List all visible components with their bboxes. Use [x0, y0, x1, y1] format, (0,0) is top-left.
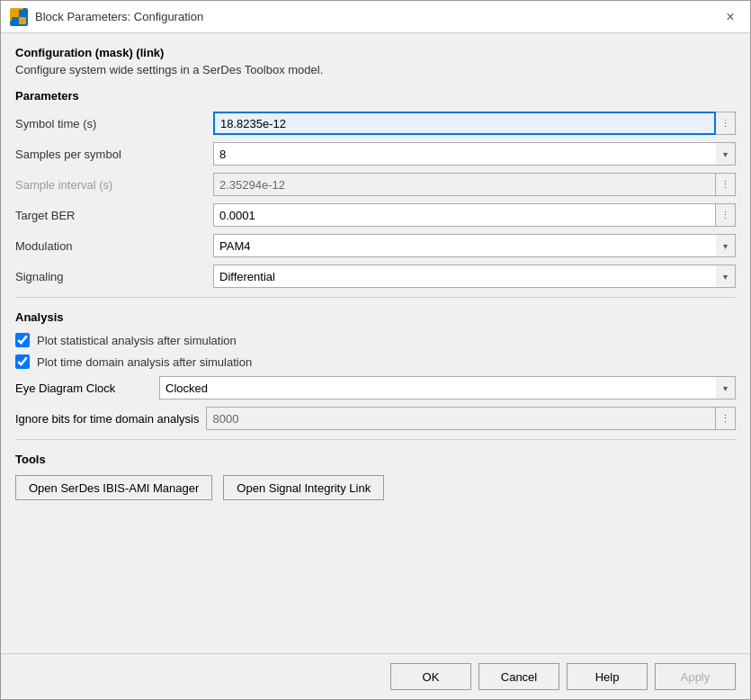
help-button[interactable]: Help: [567, 663, 648, 690]
checkbox-time-domain[interactable]: [15, 354, 30, 369]
target-ber-menu-btn[interactable]: ⋮: [716, 203, 736, 227]
param-input-wrap-target-ber: ⋮: [213, 203, 736, 227]
signaling-select[interactable]: Differential: [213, 265, 736, 288]
param-row-symbol-time: Symbol time (s) ⋮: [15, 112, 736, 135]
close-button[interactable]: ×: [720, 6, 741, 28]
footer: OK Cancel Help Apply: [1, 653, 750, 699]
param-label-signaling: Signaling: [15, 270, 213, 283]
parameters-section-label: Parameters: [15, 89, 736, 103]
param-input-wrap-sample-interval: ⋮: [213, 173, 736, 196]
symbol-time-menu-btn[interactable]: ⋮: [716, 112, 736, 135]
checkbox-label-statistical: Plot statistical analysis after simulati…: [37, 334, 237, 347]
param-row-samples-per-symbol: Samples per symbol 8 ▾: [15, 142, 736, 166]
apply-button[interactable]: Apply: [655, 663, 736, 690]
ignore-bits-label: Ignore bits for time domain analysis: [15, 412, 199, 426]
svg-rect-3: [19, 17, 26, 24]
param-select-wrap-samples: 8 ▾: [213, 142, 736, 166]
analysis-section: Analysis Plot statistical analysis after…: [15, 310, 736, 430]
param-select-wrap-modulation: PAM4 ▾: [213, 234, 736, 257]
symbol-time-input[interactable]: [213, 112, 716, 135]
param-row-signaling: Signaling Differential ▾: [15, 265, 736, 288]
tools-section-label: Tools: [15, 453, 736, 466]
param-label-symbol-time: Symbol time (s): [15, 117, 213, 130]
ok-button[interactable]: OK: [390, 663, 471, 690]
param-select-wrap-signaling: Differential ▾: [213, 265, 736, 288]
dialog-container: Block Parameters: Configuration × Config…: [0, 0, 751, 700]
eye-diagram-select[interactable]: Clocked: [159, 376, 736, 399]
target-ber-input[interactable]: [213, 203, 716, 227]
eye-diagram-select-wrap: Clocked ▾: [159, 376, 736, 399]
ignore-bits-input-wrap: ⋮: [206, 407, 736, 430]
window-title: Block Parameters: Configuration: [35, 10, 203, 23]
modulation-select[interactable]: PAM4: [213, 234, 736, 257]
title-bar-left: Block Parameters: Configuration: [10, 8, 203, 26]
open-ibis-ami-manager-button[interactable]: Open SerDes IBIS-AMI Manager: [15, 475, 212, 500]
checkbox-statistical[interactable]: [15, 333, 30, 347]
sample-interval-input: [213, 173, 716, 196]
eye-diagram-label: Eye Diagram Clock: [15, 381, 159, 395]
ignore-bits-row: Ignore bits for time domain analysis ⋮: [15, 407, 736, 430]
content-area: Configuration (mask) (link) Configure sy…: [1, 33, 750, 653]
open-signal-integrity-link-button[interactable]: Open Signal Integrity Link: [223, 475, 384, 500]
analysis-section-label: Analysis: [15, 310, 736, 324]
tools-buttons: Open SerDes IBIS-AMI Manager Open Signal…: [15, 475, 736, 500]
param-label-sample-interval: Sample interval (s): [15, 178, 213, 192]
cancel-button[interactable]: Cancel: [478, 663, 559, 690]
description-title: Configuration (mask) (link): [15, 46, 736, 59]
app-icon: [10, 8, 28, 26]
param-label-samples-per-symbol: Samples per symbol: [15, 148, 213, 161]
tools-section: Tools Open SerDes IBIS-AMI Manager Open …: [15, 453, 736, 500]
ignore-bits-input: [206, 407, 716, 430]
eye-diagram-row: Eye Diagram Clock Clocked ▾: [15, 376, 736, 399]
param-row-target-ber: Target BER ⋮: [15, 203, 736, 227]
svg-rect-1: [19, 10, 26, 17]
param-row-sample-interval: Sample interval (s) ⋮: [15, 173, 736, 196]
checkbox-label-time-domain: Plot time domain analysis after simulati…: [37, 355, 252, 369]
svg-rect-2: [12, 17, 19, 24]
title-bar: Block Parameters: Configuration ×: [1, 1, 750, 33]
samples-per-symbol-select[interactable]: 8: [213, 142, 736, 166]
param-input-wrap-symbol-time: ⋮: [213, 112, 736, 135]
checkbox-row-statistical: Plot statistical analysis after simulati…: [15, 333, 736, 347]
description-text: Configure system wide settings in a SerD…: [15, 63, 736, 76]
checkbox-row-time-domain: Plot time domain analysis after simulati…: [15, 354, 736, 369]
param-label-target-ber: Target BER: [15, 209, 213, 222]
sample-interval-menu-btn[interactable]: ⋮: [716, 173, 736, 196]
param-label-modulation: Modulation: [15, 239, 213, 253]
ignore-bits-menu-btn[interactable]: ⋮: [716, 407, 736, 430]
param-row-modulation: Modulation PAM4 ▾: [15, 234, 736, 257]
svg-rect-0: [12, 10, 19, 17]
